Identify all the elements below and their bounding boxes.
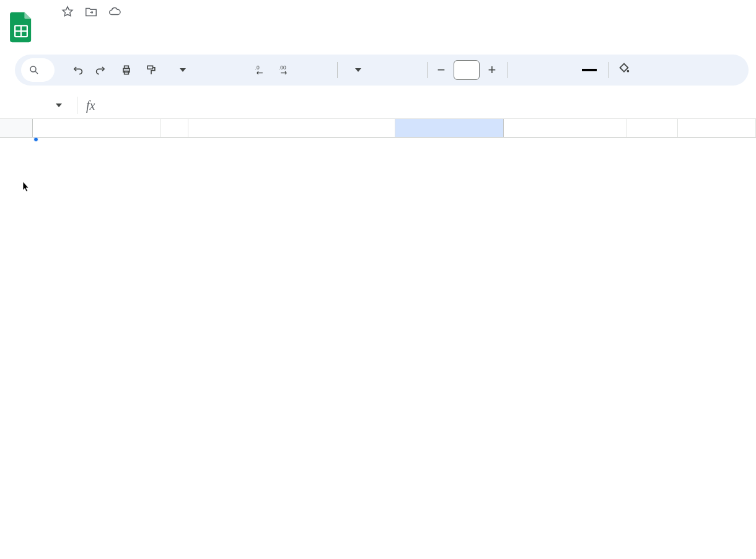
- star-icon[interactable]: [61, 5, 74, 19]
- redo-button[interactable]: [90, 59, 113, 81]
- col-header-C[interactable]: [188, 119, 396, 137]
- chevron-down-icon: [180, 68, 186, 72]
- chevron-down-icon: [355, 68, 361, 72]
- menu-format[interactable]: [130, 22, 135, 27]
- col-header-B[interactable]: [161, 119, 188, 137]
- col-header-E[interactable]: [504, 119, 627, 137]
- doc-title[interactable]: [43, 11, 51, 13]
- svg-rect-6: [125, 66, 129, 68]
- separator: [608, 62, 609, 78]
- increase-font-size-button[interactable]: +: [486, 62, 498, 78]
- move-to-folder-icon[interactable]: [84, 5, 98, 19]
- spreadsheet-grid[interactable]: [0, 119, 756, 138]
- svg-line-4: [35, 71, 38, 74]
- selection-fill-handle[interactable]: [33, 137, 38, 142]
- separator: [337, 62, 338, 78]
- svg-point-3: [30, 66, 36, 72]
- sheets-app-icon[interactable]: [7, 10, 35, 45]
- selection-box: [34, 138, 37, 140]
- menu-help[interactable]: [214, 22, 219, 27]
- separator: [507, 62, 508, 78]
- menu-data[interactable]: [151, 22, 156, 27]
- menu-tools[interactable]: [172, 22, 177, 27]
- col-header-A[interactable]: [33, 119, 161, 137]
- font-family-select[interactable]: [345, 68, 420, 72]
- select-all-corner[interactable]: [0, 119, 33, 137]
- search-icon: [29, 64, 40, 76]
- chevron-down-icon: [56, 103, 62, 107]
- cloud-saved-icon[interactable]: [108, 5, 121, 19]
- title-bar: [0, 0, 756, 51]
- col-header-F[interactable]: [626, 119, 677, 137]
- menu-extensions[interactable]: [193, 22, 198, 27]
- text-color-swatch: [582, 69, 597, 71]
- fill-color-button[interactable]: [617, 62, 635, 78]
- column-headers: [0, 119, 756, 138]
- paint-format-button[interactable]: [140, 59, 162, 81]
- formula-bar-row: fx: [0, 92, 756, 119]
- menu-edit[interactable]: [67, 22, 72, 27]
- menu-file[interactable]: [46, 22, 51, 27]
- separator: [77, 97, 77, 114]
- decrease-decimal-button[interactable]: .0: [249, 59, 271, 81]
- undo-button[interactable]: [66, 59, 88, 81]
- svg-text:.00: .00: [279, 64, 286, 71]
- decrease-font-size-button[interactable]: −: [435, 62, 447, 78]
- mouse-cursor-icon: [22, 181, 31, 193]
- menu-view[interactable]: [88, 22, 93, 27]
- zoom-select[interactable]: [174, 68, 188, 72]
- menu-insert[interactable]: [109, 22, 114, 27]
- name-box[interactable]: [9, 103, 68, 107]
- svg-point-11: [627, 70, 630, 73]
- col-header-D[interactable]: [395, 119, 504, 137]
- col-header-G[interactable]: [678, 119, 756, 137]
- menu-bar: [43, 22, 240, 27]
- print-button[interactable]: [115, 59, 138, 81]
- separator: [427, 62, 428, 78]
- svg-rect-8: [147, 66, 152, 69]
- font-size-group: − +: [435, 60, 498, 80]
- fx-icon: fx: [86, 99, 95, 113]
- menus-search[interactable]: [21, 58, 55, 82]
- svg-text:.0: .0: [255, 64, 260, 71]
- formula-bar-input[interactable]: [95, 92, 756, 118]
- font-size-input[interactable]: [454, 60, 480, 80]
- increase-decimal-button[interactable]: .00: [274, 59, 296, 81]
- toolbar: .0 .00 − +: [15, 55, 749, 86]
- menu-accessibility[interactable]: [235, 22, 240, 27]
